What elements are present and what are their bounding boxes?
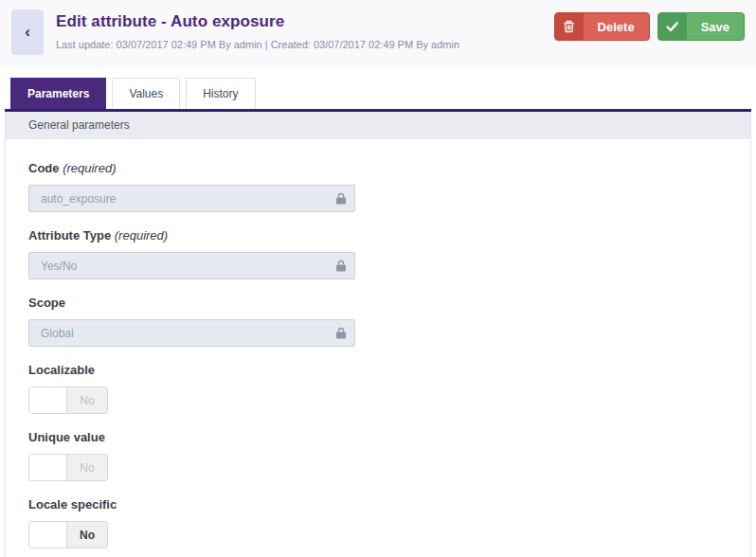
tab-history[interactable]: History	[186, 78, 255, 109]
attribute-type-required-text: (required)	[115, 228, 168, 243]
field-group-locale-specific: Locale specific No	[28, 497, 728, 548]
delete-button-label: Delete	[584, 13, 649, 40]
save-button-label: Save	[687, 13, 744, 40]
page-title: Edit attribute - Auto exposure	[56, 12, 459, 31]
scope-input-wrap	[28, 319, 355, 347]
delete-button[interactable]: Delete	[554, 12, 650, 41]
scope-input[interactable]	[28, 319, 355, 347]
lock-icon	[335, 192, 347, 205]
localizable-switch-value: No	[67, 387, 107, 413]
tab-values[interactable]: Values	[112, 78, 180, 109]
check-icon	[658, 13, 687, 40]
save-button[interactable]: Save	[657, 12, 745, 41]
chevron-left-icon: ‹	[25, 23, 30, 42]
trash-icon	[555, 13, 584, 40]
tab-bar: Parameters Values History	[5, 78, 751, 112]
attribute-type-input-wrap	[28, 252, 355, 279]
attribute-type-label: Attribute Type (required)	[28, 228, 728, 243]
scope-label-text: Scope	[28, 296, 65, 310]
attribute-type-label-text: Attribute Type	[28, 228, 111, 243]
general-parameters-form: Code (required) Attribute Type (required…	[6, 139, 750, 548]
field-group-scope: Scope	[28, 296, 728, 347]
lock-icon	[335, 327, 347, 339]
code-input-wrap	[28, 185, 355, 212]
locale-specific-switch[interactable]: No	[28, 521, 108, 548]
page-header: ‹ Edit attribute - Auto exposure Last up…	[0, 0, 756, 68]
code-label-text: Code	[28, 161, 60, 175]
switch-knob	[29, 387, 67, 413]
locale-specific-switch-value: No	[67, 522, 107, 548]
field-group-attribute-type: Attribute Type (required)	[28, 228, 728, 279]
section-header: General parameters	[6, 112, 750, 139]
switch-knob	[29, 455, 67, 480]
field-group-unique-value: Unique value No	[28, 430, 728, 481]
switch-knob	[29, 522, 67, 548]
code-required-text: (required)	[63, 161, 116, 175]
parameters-panel: General parameters Code (required) Attri…	[5, 112, 751, 557]
header-text: Edit attribute - Auto exposure Last upda…	[56, 9, 459, 50]
unique-value-switch-value: No	[67, 455, 107, 480]
code-input[interactable]	[28, 185, 355, 212]
code-label: Code (required)	[28, 161, 728, 175]
page-meta: Last update: 03/07/2017 02:49 PM By admi…	[56, 39, 459, 50]
locale-specific-label: Locale specific	[28, 497, 728, 512]
back-button[interactable]: ‹	[11, 9, 44, 55]
attribute-type-input[interactable]	[28, 252, 355, 279]
scope-label: Scope	[28, 296, 728, 310]
localizable-switch[interactable]: No	[28, 386, 108, 414]
lock-icon	[335, 260, 347, 272]
header-actions: Delete Save	[554, 9, 745, 41]
unique-value-label: Unique value	[28, 430, 728, 444]
localizable-label: Localizable	[28, 363, 728, 377]
unique-value-switch[interactable]: No	[28, 454, 108, 481]
field-group-code: Code (required)	[28, 161, 728, 212]
tab-parameters[interactable]: Parameters	[10, 78, 106, 109]
field-group-localizable: Localizable No	[28, 363, 728, 414]
